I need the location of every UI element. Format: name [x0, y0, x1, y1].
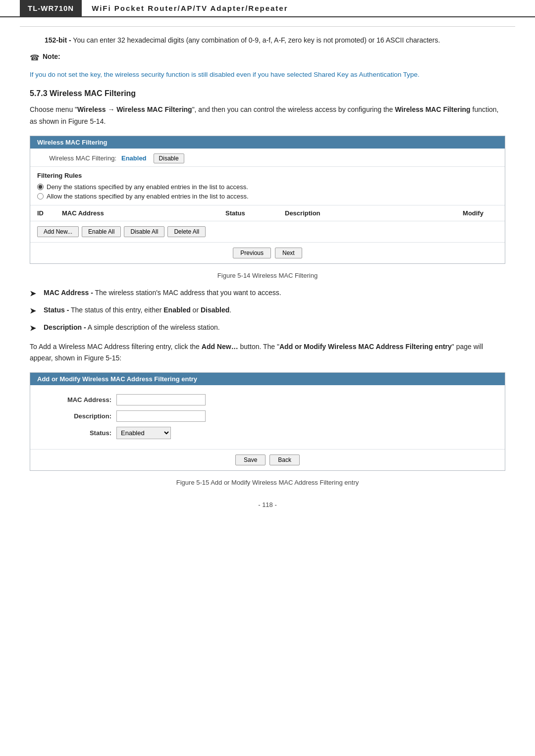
form-actions: Save Back: [30, 450, 505, 470]
save-button[interactable]: Save: [235, 454, 266, 465]
add-modify-label: Add or Modify Wireless MAC Address Filte…: [279, 343, 452, 351]
status-label: Status:: [37, 429, 116, 437]
mac-filter-header: Wireless MAC Filtering: [30, 136, 505, 149]
bullet-status-bold: Status -: [44, 306, 69, 314]
figure-515-caption: Figure 5-15 Add or Modify Wireless MAC A…: [30, 479, 505, 486]
status-select[interactable]: Enabled Disabled: [116, 427, 171, 439]
mac-address-row: MAC Address:: [37, 394, 498, 405]
col-status-header: Status: [225, 209, 285, 217]
description-row: Description:: [37, 410, 498, 422]
section-desc: Choose menu "Wireless → Wireless MAC Fil…: [30, 104, 505, 128]
bullet-mac-text: MAC Address - The wireless station's MAC…: [44, 287, 281, 298]
previous-button[interactable]: Previous: [233, 248, 271, 258]
col-id-header: ID: [37, 209, 62, 217]
radio-deny[interactable]: [37, 184, 44, 190]
radio-allow[interactable]: [37, 193, 44, 200]
desc-part1: Choose menu ": [30, 105, 77, 113]
disable-button[interactable]: Disable: [154, 153, 184, 163]
model-label: TL-WR710N: [20, 0, 82, 16]
add-modify-header: Add or Modify Wireless MAC Address Filte…: [30, 373, 505, 385]
bullet-status-disabled: Disabled: [201, 306, 229, 314]
bullet-status: ➤ Status - The status of this entry, eit…: [30, 304, 505, 317]
add-modify-form: MAC Address: Description: Status: Enable…: [30, 385, 505, 450]
description-input[interactable]: [116, 410, 206, 422]
col-desc-header: Description: [285, 209, 448, 217]
note-phone-icon: ☎: [30, 53, 40, 62]
add-new-label: Add New…: [202, 343, 238, 351]
description-label: Description:: [37, 412, 116, 420]
filtering-rules-title: Filtering Rules: [37, 172, 498, 179]
desc-menu: Wireless → Wireless MAC Filtering: [77, 105, 192, 113]
add-modify-widget: Add or Modify Wireless MAC Address Filte…: [30, 372, 505, 471]
main-content: 152-bit - You can enter 32 hexadecimal d…: [0, 35, 535, 538]
bullet-desc-bold: Description -: [44, 323, 86, 331]
note-section: ☎ Note:: [30, 52, 505, 62]
radio-allow-label: Allow the stations specified by any enab…: [47, 193, 249, 200]
back-button[interactable]: Back: [269, 454, 300, 465]
radio-allow-row: Allow the stations specified by any enab…: [37, 193, 498, 200]
add-new-button[interactable]: Add New...: [37, 226, 79, 237]
note-text: If you do not set the key, the wireless …: [30, 69, 505, 80]
page-header: TL-WR710N WiFi Pocket Router/AP/TV Adapt…: [0, 0, 535, 17]
bullet-arrow-3: ➤: [30, 322, 39, 334]
section-title: 5.7.3 Wireless MAC Filtering: [30, 89, 505, 98]
bullet-desc-text: Description - A simple description of th…: [44, 322, 220, 333]
mac-filter-enabled-row: Wireless MAC Filtering: Enabled Disable: [30, 149, 505, 167]
mac-table-header: ID MAC Address Status Description Modify: [30, 205, 505, 221]
col-mac-header: MAC Address: [62, 209, 225, 217]
status-row: Status: Enabled Disabled: [37, 427, 498, 439]
next-button[interactable]: Next: [275, 248, 302, 258]
mac-filtering-label: Wireless MAC Filtering:: [37, 154, 116, 162]
bit-note-bold: 152-bit -: [45, 36, 71, 44]
bullet-status-enabled: Enabled: [163, 306, 190, 314]
disable-all-button[interactable]: Disable All: [124, 226, 164, 237]
bullet-arrow-2: ➤: [30, 305, 39, 317]
radio-deny-row: Deny the stations specified by any enabl…: [37, 183, 498, 191]
delete-all-button[interactable]: Delete All: [167, 226, 206, 237]
enable-all-button[interactable]: Enable All: [82, 226, 121, 237]
bullet-arrow-1: ➤: [30, 288, 39, 300]
bullet-status-text: Status - The status of this entry, eithe…: [44, 304, 231, 315]
filtering-rules-section: Filtering Rules Deny the stations specif…: [30, 167, 505, 205]
note-label: Note:: [43, 52, 60, 60]
desc-part2: ", and then you can control the wireless…: [192, 105, 395, 113]
bullet-mac-bold: MAC Address -: [44, 289, 93, 297]
bullet-description: ➤ Description - A simple description of …: [30, 322, 505, 334]
mac-table-actions: Add New... Enable All Disable All Delete…: [30, 221, 505, 243]
add-desc-part2: button. The ": [238, 343, 279, 351]
add-desc-part1: To Add a Wireless MAC Address filtering …: [30, 343, 202, 351]
mac-address-input[interactable]: [116, 394, 206, 405]
bullet-list: ➤ MAC Address - The wireless station's M…: [30, 287, 505, 334]
header-divider: [20, 26, 515, 27]
desc-bold: Wireless MAC Filtering: [395, 105, 470, 113]
bit-note: 152-bit - You can enter 32 hexadecimal d…: [30, 35, 505, 46]
mac-nav-row: Previous Next: [30, 243, 505, 263]
page-number: - 118 -: [30, 501, 505, 518]
bullet-mac: ➤ MAC Address - The wireless station's M…: [30, 287, 505, 300]
col-modify-header: Modify: [448, 209, 498, 217]
mac-filter-widget: Wireless MAC Filtering Wireless MAC Filt…: [30, 136, 505, 264]
figure-514-caption: Figure 5-14 Wireless MAC Filtering: [30, 272, 505, 279]
header-title: WiFi Pocket Router/AP/TV Adapter/Repeate…: [82, 0, 298, 16]
enabled-badge: Enabled: [121, 154, 147, 162]
mac-address-label: MAC Address:: [37, 396, 116, 403]
radio-deny-label: Deny the stations specified by any enabl…: [47, 183, 248, 191]
add-desc: To Add a Wireless MAC Address filtering …: [30, 341, 505, 365]
bit-note-text: You can enter 32 hexadecimal digits (any…: [73, 36, 440, 44]
